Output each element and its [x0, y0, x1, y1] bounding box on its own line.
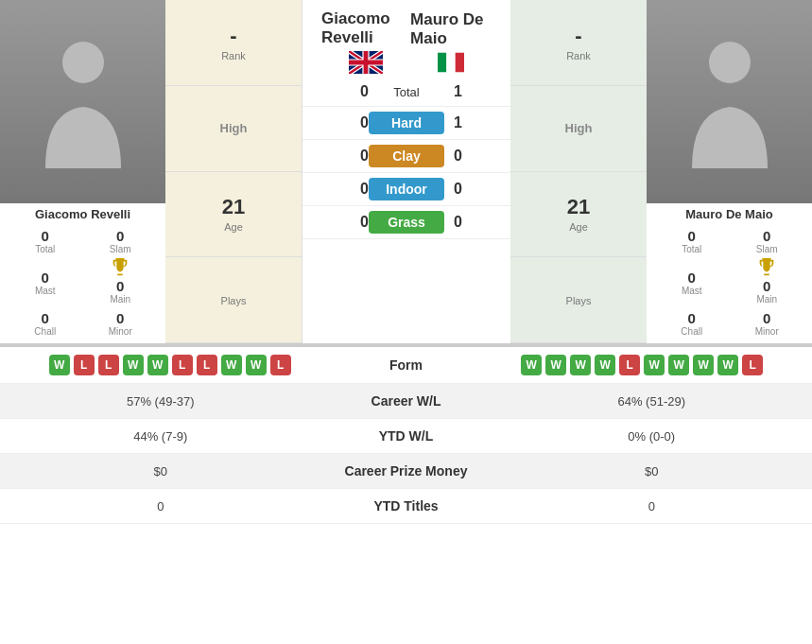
left-main-value: 0	[110, 278, 130, 294]
right-grass-score: 0	[444, 214, 501, 231]
right-main-value: 0	[756, 278, 777, 294]
left-age-value: 21	[222, 195, 245, 219]
left-stat-1: 44% (7-9)	[9, 429, 312, 444]
right-slam-value: 0	[732, 228, 803, 244]
right-form-badge-3: W	[595, 355, 615, 375]
right-top-stats: 0 Total 0 Slam	[654, 225, 804, 257]
left-high-value: High	[220, 121, 248, 135]
form-label: Form	[331, 357, 482, 373]
right-stat-2: $0	[501, 464, 803, 479]
left-age-label: Age	[224, 221, 243, 233]
svg-rect-3	[446, 53, 455, 73]
right-form-badge-0: W	[521, 355, 542, 375]
surface-row-clay: 0 Clay 0	[302, 140, 510, 173]
trophy-icon-right	[756, 257, 777, 278]
stat-label-1: YTD W/L	[312, 428, 501, 444]
right-mast-cell: 0 Mast	[654, 267, 730, 299]
right-total-label: Total	[656, 244, 728, 254]
left-form-badge-1: L	[74, 355, 95, 375]
right-main-cell: 0 Main	[754, 278, 779, 307]
left-player-photo	[0, 0, 165, 203]
trophy-icon	[110, 257, 130, 278]
right-mast-row: 0 Mast 0 Main	[654, 257, 804, 307]
left-slam-value: 0	[85, 228, 157, 244]
right-age-stat: 21 Age	[510, 172, 647, 258]
left-form-badge-7: W	[221, 355, 242, 375]
left-age-stat: 21 Age	[165, 172, 302, 258]
names-row: Giacomo Revelli Mauro De Maio	[302, 0, 510, 78]
right-mast-value: 0	[656, 270, 728, 286]
left-name-head: Giacomo Revelli	[321, 9, 410, 74]
stat-row-0: 57% (49-37) Career W/L 64% (51-29)	[0, 384, 812, 419]
stat-label-2: Career Prize Money	[312, 463, 501, 479]
right-age-label: Age	[569, 221, 588, 233]
left-form-badge-8: W	[246, 355, 267, 375]
left-form-badge-5: L	[172, 355, 193, 375]
center-score-column: Giacomo Revelli Mauro De Maio	[302, 0, 510, 343]
left-high-stat: High	[165, 86, 302, 172]
left-player-column: Giacomo Revelli 0 Total 0 Slam 0 Mast	[0, 0, 165, 343]
left-main-cell: 0 Main	[108, 278, 132, 307]
left-slam-label: Slam	[85, 244, 157, 254]
right-high-stat: High	[510, 86, 647, 172]
left-plays-label: Plays	[221, 295, 247, 306]
right-player-name: Mauro De Maio	[685, 207, 772, 221]
hard-surface-btn: Hard	[369, 112, 444, 134]
right-stat-0: 64% (51-29)	[501, 394, 803, 409]
left-mast-label: Mast	[9, 286, 81, 296]
left-mast-value: 0	[9, 270, 81, 286]
left-player-name: Giacomo Revelli	[35, 207, 130, 221]
left-chall-row: 0 Chall 0 Minor	[8, 307, 158, 339]
right-rank-stat: - Rank	[510, 0, 647, 86]
left-minor-label: Minor	[85, 326, 157, 337]
left-total-value: 0	[9, 228, 81, 244]
left-total-label: Total	[9, 244, 81, 254]
left-plays-stat: Plays	[165, 257, 302, 343]
right-minor-label: Minor	[732, 326, 803, 337]
right-form-badge-1: W	[545, 355, 566, 375]
stat-row-1: 44% (7-9) YTD W/L 0% (0-0)	[0, 419, 812, 454]
right-minor-cell: 0 Minor	[730, 307, 805, 339]
left-form-badge-3: W	[123, 355, 144, 375]
left-silhouette-icon	[36, 36, 130, 168]
left-form-badge-0: W	[49, 355, 70, 375]
left-chall-value: 0	[9, 310, 81, 326]
data-rows: 57% (49-37) Career W/L 64% (51-29) 44% (…	[0, 384, 812, 524]
bottom-section: WLLWWLLWWL Form WWWWLWWWWL 57% (49-37) C…	[0, 345, 812, 524]
right-trophy-main: 0 Main	[730, 257, 805, 307]
right-chall-row: 0 Chall 0 Minor	[654, 307, 804, 339]
right-age-value: 21	[567, 195, 590, 219]
top-area: Giacomo Revelli 0 Total 0 Slam 0 Mast	[0, 0, 812, 345]
left-clay-score: 0	[312, 148, 369, 165]
right-form-badge-8: W	[717, 355, 738, 375]
left-total-score: 0	[312, 83, 369, 100]
left-mast-cell: 0 Mast	[8, 267, 83, 299]
right-chall-label: Chall	[656, 326, 728, 337]
right-stat-panel: - Rank High 21 Age Plays	[510, 0, 647, 343]
left-hard-score: 0	[312, 114, 369, 131]
right-indoor-score: 0	[444, 181, 501, 198]
left-form-badge-9: L	[270, 355, 291, 375]
right-hard-score: 1	[444, 114, 501, 131]
left-stat-3: 0	[9, 499, 312, 513]
left-top-stats: 0 Total 0 Slam	[8, 225, 158, 257]
left-chall-cell: 0 Chall	[8, 307, 83, 339]
right-form-badge-5: W	[644, 355, 665, 375]
right-stat-1: 0% (0-0)	[501, 429, 803, 444]
right-rank-label: Rank	[566, 50, 591, 61]
right-form-badge-9: L	[742, 355, 763, 375]
grass-surface-btn: Grass	[369, 211, 444, 234]
stat-label-0: Career W/L	[312, 393, 501, 409]
total-score-row: 0 Total 1	[302, 78, 510, 107]
page: Giacomo Revelli 0 Total 0 Slam 0 Mast	[0, 0, 812, 644]
right-name-head: Mauro De Maio	[410, 10, 492, 73]
left-minor-cell: 0 Minor	[83, 307, 159, 339]
left-trophy-icon	[101, 257, 139, 278]
left-slam-cell: 0 Slam	[83, 225, 159, 257]
right-high-value: High	[565, 121, 593, 135]
total-label-text: Total	[393, 85, 419, 99]
right-plays-label: Plays	[566, 295, 592, 306]
stat-label-3: YTD Titles	[312, 498, 501, 513]
right-player-photo	[647, 0, 812, 203]
stat-row-2: $0 Career Prize Money $0	[0, 454, 812, 489]
